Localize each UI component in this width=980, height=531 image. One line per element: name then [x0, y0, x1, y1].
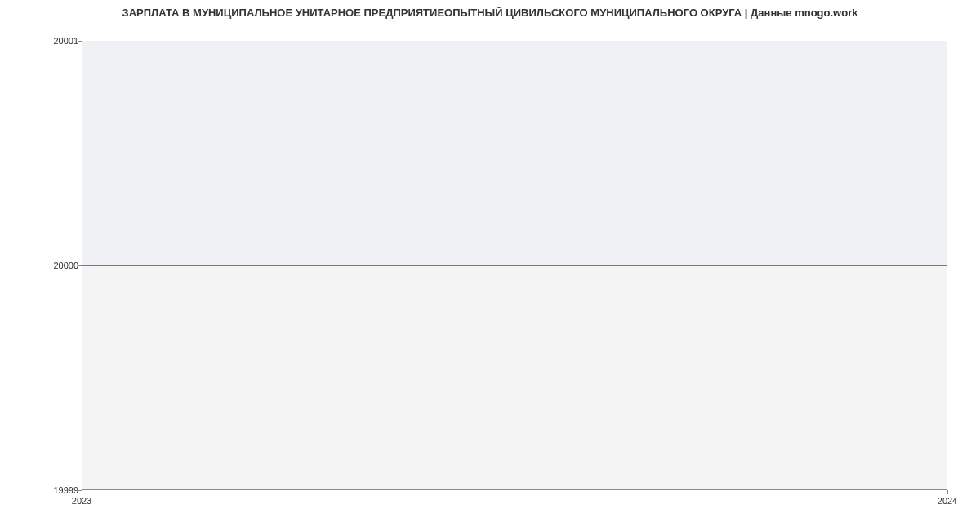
x-tick-mark: [82, 490, 82, 494]
plot-area: [82, 41, 947, 490]
y-tick-label: 19999: [53, 485, 78, 495]
x-tick-label: 2024: [938, 496, 957, 506]
line-series: [82, 266, 947, 266]
x-tick-mark: [947, 490, 948, 494]
y-tick-label: 20000: [53, 261, 78, 270]
x-tick-label: 2023: [72, 496, 91, 506]
chart-title: ЗАРПЛАТА В МУНИЦИПАЛЬНОЕ УНИТАРНОЕ ПРЕДП…: [0, 7, 980, 19]
area-fill: [82, 41, 947, 266]
y-tick-label: 20001: [53, 36, 78, 46]
chart-container: ЗАРПЛАТА В МУНИЦИПАЛЬНОЕ УНИТАРНОЕ ПРЕДП…: [0, 0, 980, 531]
